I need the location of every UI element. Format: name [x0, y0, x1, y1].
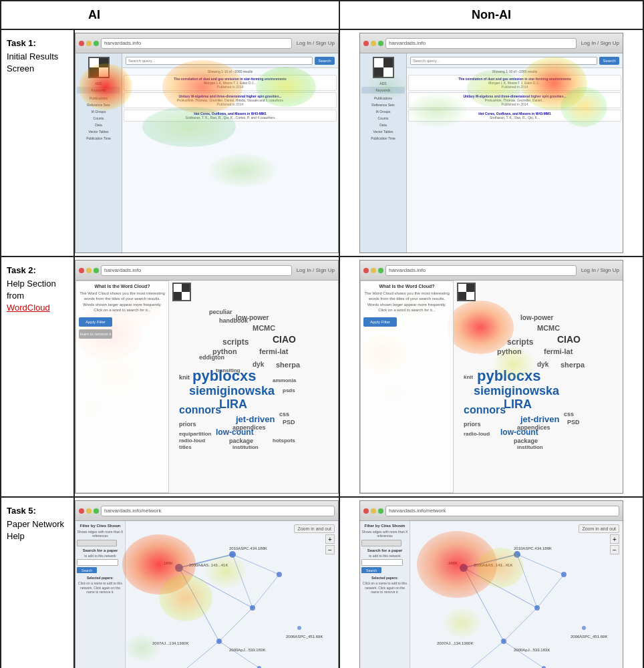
wc-ammonia[interactable]: ammonia — [273, 377, 296, 383]
wc2-connors[interactable]: connors — [464, 404, 506, 416]
wc-eddigton[interactable]: eddigton — [199, 354, 224, 361]
wc2-ciao[interactable]: CIAO — [557, 334, 581, 345]
wc-sherpa[interactable]: sherpa — [276, 361, 300, 369]
task1-label-cell: Task 1: Initial Results Screen — [1, 29, 74, 257]
svg-point-46 — [582, 626, 586, 630]
svg-line-32 — [517, 554, 564, 574]
network-graph: 2000A&AS..143...41K 2010ASPC.434.188K .1… — [126, 521, 333, 668]
non-ai-column-header: Non-AI — [339, 1, 643, 29]
svg-text:2000ApJ...533.183K: 2000ApJ...533.183K — [514, 648, 550, 652]
task5-nonai-heatmap: harvardads.info/network Filter by Cites … — [359, 500, 623, 668]
svg-line-34 — [537, 574, 564, 608]
wc2-dyk[interactable]: dyk — [537, 361, 548, 368]
wc2-knit[interactable]: knit — [464, 374, 473, 380]
wc2-siemiginowska[interactable]: siemiginowska — [474, 384, 559, 398]
wc2-low-power[interactable]: low-power — [520, 314, 553, 321]
task2-nonai-screenshot: harvardads.info Log In / Sign Up What is… — [339, 257, 643, 497]
svg-point-41 — [561, 572, 567, 577]
wc-psd[interactable]: PSD — [283, 419, 295, 426]
wc-hotspots[interactable]: hotspots — [273, 438, 295, 444]
svg-text:2007AJ...134.1360K: 2007AJ...134.1360K — [152, 641, 188, 645]
wc-jet-driven[interactable]: jet-driven — [236, 414, 275, 424]
task2-label-cell: Task 2: Help Section from WordCloud — [1, 257, 74, 497]
task1-nonai-heatmap: harvardads.info Log In / Sign Up ADS Key… — [359, 33, 623, 253]
wc-knit[interactable]: knit — [179, 374, 190, 381]
svg-text:.168K: .168K — [447, 561, 458, 565]
task1-ai-screenshot: harvardads.info Log In / Sign Up ADS Key… — [74, 29, 339, 257]
wc2-lira[interactable]: LIRA — [504, 397, 532, 411]
wc-peculiar[interactable]: peculiar — [209, 309, 232, 315]
svg-text:.168K: .168K — [162, 561, 173, 565]
svg-point-14 — [216, 639, 222, 644]
svg-text:2010ASPC.434.188K: 2010ASPC.434.188K — [514, 546, 552, 550]
svg-line-3 — [232, 554, 279, 574]
wc-titles[interactable]: titles — [179, 444, 192, 450]
wc2-python[interactable]: python — [497, 347, 522, 355]
wc-priors[interactable]: priors — [179, 421, 196, 428]
svg-line-35 — [504, 608, 537, 641]
wc2-css[interactable]: css — [564, 411, 574, 418]
svg-line-37 — [504, 641, 544, 668]
wc2-institution[interactable]: institution — [517, 444, 543, 450]
wc-dyk[interactable]: dyk — [253, 361, 264, 368]
wc2-priors[interactable]: priors — [464, 421, 481, 428]
svg-text:2000A&AS..143...41K: 2000A&AS..143...41K — [189, 563, 228, 567]
svg-line-8 — [219, 641, 259, 668]
task5-row: Task 5: Paper Network Help harvardads.in… — [1, 497, 643, 668]
task1-ai-heatmap: harvardads.info Log In / Sign Up ADS Key… — [75, 33, 339, 253]
wc-package[interactable]: package — [229, 438, 253, 444]
task1-row: Task 1: Initial Results Screen harvardad… — [1, 29, 643, 257]
wc2-pyblocxs[interactable]: pyblocxs — [477, 367, 540, 385]
wc2-fermi-lat[interactable]: fermi-lat — [544, 347, 573, 355]
wc-handbook[interactable]: handbook — [219, 317, 248, 324]
wc-psds[interactable]: psds — [283, 387, 295, 393]
wc2-psd[interactable]: PSD — [567, 419, 580, 426]
task2-ai-heatmap: harvardads.info Log In / Sign Up What is… — [75, 260, 339, 494]
task2-row: Task 2: Help Section from WordCloud harv… — [1, 257, 643, 497]
svg-point-13 — [250, 605, 255, 611]
svg-text:2007AJ...134.1360K: 2007AJ...134.1360K — [437, 641, 473, 645]
task5-nonai-screenshot: harvardads.info/network Filter by Cites … — [339, 497, 643, 668]
wc-lira[interactable]: LIRA — [219, 397, 247, 411]
task2-nonai-heatmap: harvardads.info Log In / Sign Up What is… — [359, 260, 623, 494]
svg-text:2006ASPC_451.69K: 2006ASPC_451.69K — [286, 635, 323, 639]
wc2-jet-driven[interactable]: jet-driven — [520, 414, 560, 424]
wc2-package[interactable]: package — [514, 438, 538, 444]
wc2-sherpa[interactable]: sherpa — [560, 361, 585, 369]
svg-point-42 — [534, 605, 540, 611]
wc-appendices[interactable]: appendices — [232, 424, 266, 431]
task2-ai-screenshot: harvardads.info Log In / Sign Up What is… — [74, 257, 339, 497]
wc-scripts[interactable]: scripts — [222, 337, 249, 347]
svg-point-40 — [514, 551, 520, 558]
svg-line-7 — [179, 641, 219, 668]
svg-line-33 — [517, 554, 537, 608]
wc-mcmc[interactable]: MCMC — [253, 324, 275, 332]
wc2-mcmc[interactable]: MCMC — [537, 324, 560, 332]
wc2-appendices[interactable]: appendices — [517, 424, 550, 431]
wc-equipartition[interactable]: equipartition — [179, 431, 211, 437]
main-comparison-table: AI Non-AI Task 1: Initial Results Screen… — [0, 0, 644, 668]
svg-point-11 — [229, 551, 236, 558]
task5-label-cell: Task 5: Paper Network Help — [1, 497, 74, 668]
wc2-radio-loud[interactable]: radio-loud — [464, 431, 490, 437]
wc-css[interactable]: css — [279, 411, 289, 418]
svg-text:2006ASPC_451.69K: 2006ASPC_451.69K — [571, 635, 607, 639]
ai-column-header: AI — [1, 1, 339, 29]
task2-description: Help Section from WordCloud — [7, 278, 68, 315]
task1-description: Initial Results Screen — [7, 51, 68, 75]
wc-ciao[interactable]: CIAO — [273, 334, 296, 345]
wc-transiting[interactable]: transiting — [216, 367, 240, 373]
wc2-scripts[interactable]: scripts — [507, 337, 533, 347]
svg-line-6 — [219, 608, 253, 641]
wc-radio-loud[interactable]: radio-loud — [179, 438, 205, 444]
wc-institution[interactable]: institution — [232, 444, 259, 450]
wc-siemiginowska[interactable]: siemiginowska — [189, 384, 275, 398]
task1-nonai-screenshot: harvardads.info Log In / Sign Up ADS Key… — [339, 29, 643, 257]
wc-connors[interactable]: connors — [179, 404, 221, 416]
svg-text:2000A&AS..143...41K: 2000A&AS..143...41K — [474, 563, 512, 567]
svg-text:2010ASPC.434.188K: 2010ASPC.434.188K — [229, 546, 267, 550]
wc-fermi-lat[interactable]: fermi-lat — [259, 347, 288, 355]
svg-point-39 — [460, 564, 468, 572]
svg-line-5 — [253, 574, 279, 608]
task5-ai-screenshot: harvardads.info/network Filter by Cites … — [74, 497, 339, 668]
